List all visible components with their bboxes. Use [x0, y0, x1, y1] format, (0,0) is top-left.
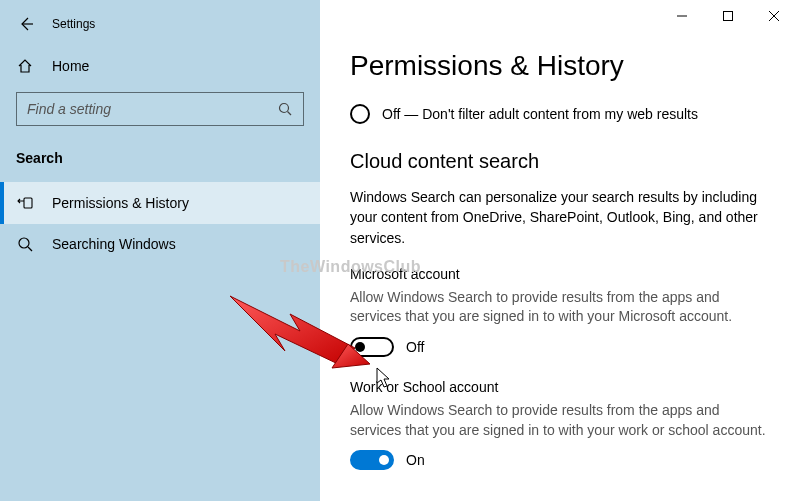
ms-account-toggle-state: Off: [406, 339, 424, 355]
ms-account-toggle[interactable]: [350, 337, 394, 357]
settings-window: Settings Home Search Permissions & Histo…: [0, 0, 797, 501]
nav-home-label: Home: [52, 58, 89, 74]
svg-point-3: [19, 238, 29, 248]
sidebar-item-permissions-history[interactable]: Permissions & History: [0, 182, 320, 224]
find-setting-search[interactable]: [16, 92, 304, 126]
cloud-section-description: Windows Search can personalize your sear…: [350, 187, 767, 248]
titlebar-left: Settings: [0, 8, 320, 48]
permissions-icon: [16, 194, 34, 212]
app-title: Settings: [52, 17, 95, 31]
close-button[interactable]: [751, 0, 797, 32]
search-windows-icon: [16, 236, 34, 252]
search-input[interactable]: [27, 101, 277, 117]
work-account-toggle[interactable]: [350, 450, 394, 470]
sidebar-section-label: Search: [0, 142, 320, 182]
work-account-toggle-state: On: [406, 452, 425, 468]
content-area: Permissions & History Off — Don't filter…: [320, 0, 797, 501]
home-icon: [16, 58, 34, 74]
svg-line-1: [288, 112, 292, 116]
work-account-description: Allow Windows Search to provide results …: [350, 401, 767, 440]
svg-rect-6: [724, 12, 733, 21]
svg-rect-2: [24, 198, 32, 208]
ms-account-toggle-row: Off: [350, 337, 767, 357]
cloud-section-title: Cloud content search: [350, 150, 767, 173]
search-icon: [277, 101, 293, 117]
ms-account-description: Allow Windows Search to provide results …: [350, 288, 767, 327]
sidebar-item-label: Permissions & History: [52, 195, 189, 211]
svg-point-0: [280, 104, 289, 113]
work-account-toggle-row: On: [350, 450, 767, 470]
maximize-button[interactable]: [705, 0, 751, 32]
radio-circle-icon: [350, 104, 370, 124]
work-account-label: Work or School account: [350, 379, 767, 395]
sidebar-item-searching-windows[interactable]: Searching Windows: [0, 224, 320, 264]
close-icon: [769, 11, 779, 21]
maximize-icon: [723, 11, 733, 21]
svg-line-4: [28, 247, 32, 251]
minimize-icon: [677, 11, 687, 21]
sidebar-item-label: Searching Windows: [52, 236, 176, 252]
radio-off-label: Off — Don't filter adult content from my…: [382, 106, 698, 122]
window-controls: [659, 0, 797, 32]
sidebar: Settings Home Search Permissions & Histo…: [0, 0, 320, 501]
ms-account-label: Microsoft account: [350, 266, 767, 282]
page-title: Permissions & History: [350, 50, 767, 82]
minimize-button[interactable]: [659, 0, 705, 32]
nav-home[interactable]: Home: [0, 48, 320, 84]
main-area: Permissions & History Off — Don't filter…: [320, 0, 797, 470]
back-button[interactable]: [8, 8, 44, 40]
arrow-left-icon: [18, 16, 34, 32]
safesearch-off-radio[interactable]: Off — Don't filter adult content from my…: [350, 104, 767, 124]
